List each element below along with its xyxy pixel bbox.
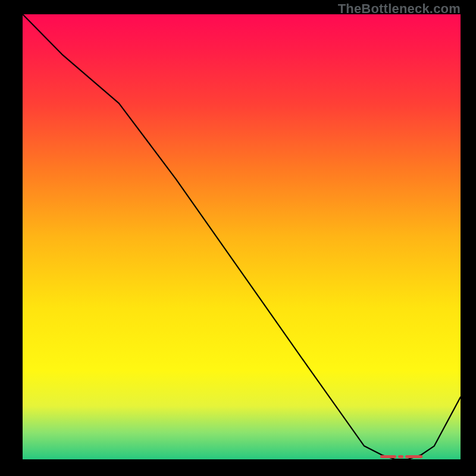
chart-frame: TheBottleneck.com	[0, 0, 476, 476]
plot-area	[23, 14, 461, 459]
